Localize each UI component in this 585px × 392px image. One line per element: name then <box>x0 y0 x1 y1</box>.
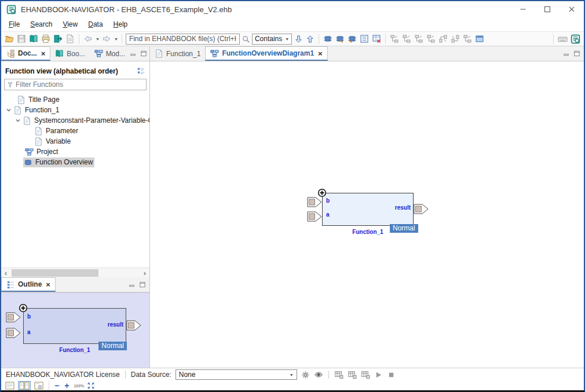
contains-dropdown[interactable]: Contains ▼ <box>252 34 292 45</box>
search-icon[interactable] <box>242 35 250 43</box>
new-window-icon[interactable] <box>474 34 485 44</box>
close-tab-icon[interactable]: × <box>46 280 50 289</box>
expander-icon[interactable] <box>14 118 22 123</box>
export-icon[interactable] <box>53 34 63 44</box>
function-add-icon[interactable] <box>323 34 333 44</box>
app-icon <box>6 5 16 14</box>
view-menu-icon[interactable] <box>137 67 145 75</box>
expand-block-icon[interactable] <box>317 188 327 197</box>
tree-item-project[interactable]: Project <box>1 146 149 157</box>
pdf-export-icon[interactable] <box>65 34 75 44</box>
ehandbook-icon[interactable] <box>28 34 39 44</box>
tree-item-parameter[interactable]: Parameter <box>1 126 149 136</box>
zoom-in-button[interactable]: + <box>63 382 71 390</box>
tree-item-function-1[interactable]: Function_1 <box>1 105 149 115</box>
close-button[interactable] <box>560 1 584 17</box>
outline-function-block: b a result <box>23 308 126 344</box>
toolbar-separator <box>122 34 122 44</box>
stop-measurement-icon[interactable] <box>387 371 396 379</box>
output-port-icon[interactable] <box>414 204 429 214</box>
scrollbar-thumb[interactable] <box>12 269 98 277</box>
table-remove-icon[interactable] <box>371 34 382 44</box>
function-overview-icon <box>24 158 32 167</box>
input-port-icon[interactable] <box>307 211 322 222</box>
minimize-button[interactable] <box>511 1 535 17</box>
tree-item-title-page[interactable]: Title Page <box>1 94 149 105</box>
diagram-overview-icon[interactable] <box>462 34 473 44</box>
keyboard-shortcuts-icon[interactable] <box>557 34 568 45</box>
filter-input[interactable] <box>16 80 144 89</box>
tab-document-view[interactable]: Doc... × <box>1 46 50 61</box>
start-measurement-icon[interactable] <box>374 371 383 379</box>
diagram-nav-icon-3[interactable] <box>414 34 424 44</box>
diagram-canvas[interactable]: b a result Normal Function_1 <box>150 61 584 368</box>
document-icon <box>34 137 43 146</box>
zoom-reset-button[interactable]: 100% <box>72 384 85 388</box>
thumbnail-view-icon[interactable] <box>32 381 45 390</box>
tab-book-view[interactable]: Boo... <box>50 46 89 61</box>
outline-icon <box>6 280 15 289</box>
diagram-split-icon[interactable] <box>426 34 436 44</box>
collapse-diagram-icon[interactable] <box>438 34 448 44</box>
function-nav-icon[interactable] <box>335 34 345 44</box>
tree-item-systemconstant[interactable]: Systemconstant-Parameter-Variable-C <box>1 115 149 126</box>
two-page-view-icon[interactable] <box>18 381 31 390</box>
view-controls <box>563 46 584 61</box>
tree-item-variable[interactable]: Variable <box>1 136 149 146</box>
forward-icon[interactable] <box>101 34 112 44</box>
menu-view[interactable]: View <box>57 19 83 30</box>
scroll-right-icon[interactable]: › <box>140 269 149 277</box>
scroll-left-icon[interactable]: ‹ <box>1 269 10 277</box>
zoom-out-button[interactable]: − <box>53 382 61 390</box>
menu-data[interactable]: Data <box>83 19 108 30</box>
menu-help[interactable]: Help <box>108 19 133 30</box>
diagram-nav-icon-1[interactable] <box>389 34 400 44</box>
tab-outline[interactable]: Outline × <box>1 277 56 292</box>
minimize-view-icon[interactable] <box>563 50 569 57</box>
back-icon[interactable] <box>83 34 93 44</box>
calibration-grid-icon-3[interactable] <box>361 370 370 379</box>
find-next-icon[interactable] <box>294 34 304 44</box>
input-port-icon[interactable] <box>307 197 322 207</box>
data-source-settings-icon[interactable] <box>301 371 310 379</box>
minimize-view-icon[interactable] <box>129 281 135 288</box>
minimize-view-icon[interactable] <box>130 50 136 57</box>
navigator-help-icon[interactable] <box>570 34 581 45</box>
tab-function-1[interactable]: Function_1 <box>150 46 205 61</box>
horizontal-scrollbar[interactable]: ‹ › <box>1 268 149 277</box>
save-icon[interactable] <box>16 34 27 44</box>
find-input[interactable] <box>126 34 240 45</box>
outline-preview[interactable]: b a result Normal Function_1 <box>1 292 149 368</box>
diagram-nav-icon-2[interactable] <box>401 34 412 44</box>
list-view-icon[interactable] <box>359 34 370 44</box>
maximize-view-icon[interactable] <box>139 281 145 288</box>
component-nav-icon[interactable] <box>347 34 357 44</box>
open-file-icon[interactable] <box>4 34 14 44</box>
maximize-button[interactable] <box>535 1 560 17</box>
close-tab-icon[interactable]: × <box>41 49 46 58</box>
maximize-view-icon[interactable] <box>573 50 580 57</box>
back-dropdown-icon[interactable]: ▼ <box>96 37 100 41</box>
menu-file[interactable]: File <box>3 19 25 30</box>
input-pin-label: b <box>326 197 330 204</box>
calibration-grid-icon-2[interactable] <box>348 370 357 379</box>
find-previous-icon[interactable] <box>305 34 315 44</box>
data-source-view-icon[interactable] <box>314 370 323 379</box>
tree-item-function-overview[interactable]: Function Overview <box>1 157 149 167</box>
scrollbar-track[interactable] <box>10 269 140 277</box>
fit-to-screen-icon[interactable] <box>87 382 95 390</box>
expand-diagram-icon[interactable] <box>450 34 460 44</box>
single-page-view-icon[interactable] <box>3 381 16 390</box>
print-icon[interactable] <box>41 34 51 44</box>
menu-search[interactable]: Search <box>25 19 57 30</box>
function-block[interactable]: b a result <box>322 193 414 226</box>
data-source-dropdown[interactable]: None ▼ <box>176 369 297 380</box>
expander-icon[interactable] <box>5 107 13 113</box>
forward-dropdown-icon[interactable]: ▼ <box>114 37 118 41</box>
maximize-view-icon[interactable] <box>140 50 147 57</box>
calibration-grid-icon-1[interactable] <box>334 370 343 379</box>
close-tab-icon[interactable]: × <box>318 49 323 58</box>
tab-model-view[interactable]: Mod... <box>90 46 130 61</box>
left-tabbar: Doc... × Boo... Mod... <box>1 46 149 61</box>
tab-function-overview-diagram[interactable]: FunctionOverviewDiagram1 × <box>205 46 327 61</box>
